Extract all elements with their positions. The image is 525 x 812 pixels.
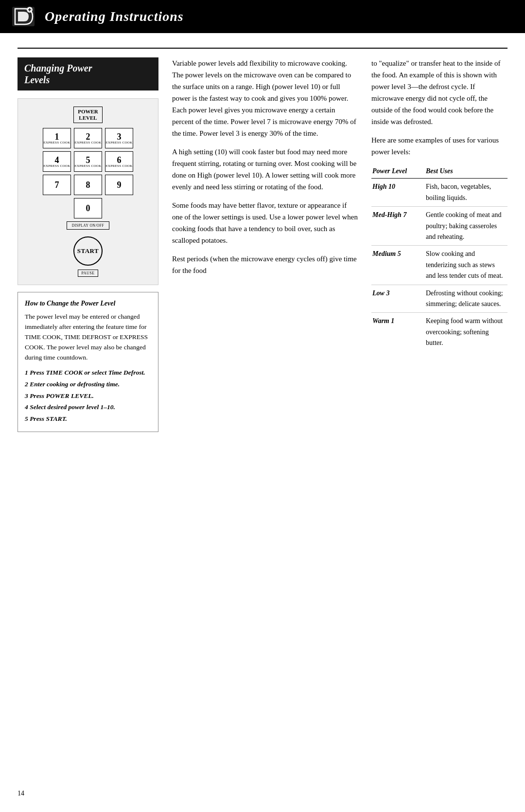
key-1: 1 EXPRESS COOK [43,128,71,148]
power-level-warm: Warm 1 [371,313,425,352]
key-8: 8 [74,175,102,195]
keypad-row-1: 1 EXPRESS COOK 2 EXPRESS COOK 3 EXPRESS … [43,128,133,148]
page-header: Operating Instructions [0,0,525,33]
howto-body: The power level may be entered or change… [25,312,151,363]
start-button: START [73,236,103,266]
keypad-row-4: 0 [74,198,102,218]
key-3: 3 EXPRESS COOK [105,128,133,148]
table-header-uses: Best Uses [425,164,508,179]
key-5: 5 EXPRESS COOK [74,151,102,172]
table-row: Medium 5 Slow cooking and tenderizing su… [371,246,508,285]
keypad-diagram: POWER LEVEL 1 EXPRESS COOK 2 EXPRESS COO… [18,98,158,285]
examples-text: Here are some examples of uses for vario… [371,134,508,158]
para-4: Rest periods (when the microwave energy … [172,253,358,276]
para-2: A high setting (10) will cook faster but… [172,146,358,193]
best-uses-med-high: Gentle cooking of meat and poultry; baki… [425,207,508,246]
table-row: Warm 1 Keeping food warm without overcoo… [371,313,508,352]
key-7: 7 [43,175,71,195]
display-on-off-key: DISPLAY ON/OFF [67,221,109,230]
content-column-right: to "equalize" or transfer heat to the in… [371,57,508,351]
howto-box: How to Change the Power Level The power … [18,292,158,432]
power-level-table: Power Level Best Uses High 10 Fish, baco… [371,164,508,351]
best-uses-medium: Slow cooking and tenderizing such as ste… [425,246,508,285]
howto-step-1: 1 Press TIME COOK or select Time Defrost… [25,368,151,378]
howto-step-4: 4 Select desired power level 1–10. [25,402,151,413]
key-9: 9 [105,175,133,195]
keypad-row-3: 7 8 9 [43,175,133,195]
key-2: 2 EXPRESS COOK [74,128,102,148]
best-uses-warm: Keeping food warm without overcooking; s… [425,313,508,352]
power-level-low: Low 3 [371,285,425,313]
table-row: Low 3 Defrosting without cooking; simmer… [371,285,508,313]
key-4: 4 EXPRESS COOK [43,151,71,172]
section-heading: Changing Power Levels [18,57,158,90]
howto-step-5: 5 Press START. [25,414,151,424]
keypad-row-2: 4 EXPRESS COOK 5 EXPRESS COOK 6 EXPRESS … [43,151,133,172]
best-uses-low: Defrosting without cooking; simmering; d… [425,285,508,313]
para-1: Variable power levels add flexibility to… [172,57,358,139]
main-content: Variable power levels add flexibility to… [158,57,508,432]
top-divider [18,48,508,49]
table-row: Med-High 7 Gentle cooking of meat and po… [371,207,508,246]
howto-steps-list: 1 Press TIME COOK or select Time Defrost… [25,368,151,425]
key-6: 6 EXPRESS COOK [105,151,133,172]
page-number: 14 [18,790,24,797]
intro-text: to "equalize" or transfer heat to the in… [371,57,508,127]
power-level-med-high: Med-High 7 [371,207,425,246]
howto-step-2: 2 Enter cooking or defrosting time. [25,379,151,390]
howto-heading: How to Change the Power Level [25,298,151,309]
key-0: 0 [74,198,102,218]
left-sidebar: Changing Power Levels POWER LEVEL 1 EXPR… [18,57,158,432]
best-uses-high: Fish, bacon, vegetables, boiling liquids… [425,179,508,207]
power-level-key: POWER LEVEL [73,107,103,123]
pause-label: PAUSE [78,270,98,277]
table-row: High 10 Fish, bacon, vegetables, boiling… [371,179,508,207]
brand-logo [10,5,37,28]
content-column-left: Variable power levels add flexibility to… [172,57,358,351]
howto-step-3: 3 Press POWER LEVEL. [25,391,151,401]
power-level-medium: Medium 5 [371,246,425,285]
para-3: Some foods may have better flavor, textu… [172,199,358,246]
power-level-high: High 10 [371,179,425,207]
table-header-level: Power Level [371,164,425,179]
page-title: Operating Instructions [45,9,184,24]
display-row: DISPLAY ON/OFF [67,221,109,232]
